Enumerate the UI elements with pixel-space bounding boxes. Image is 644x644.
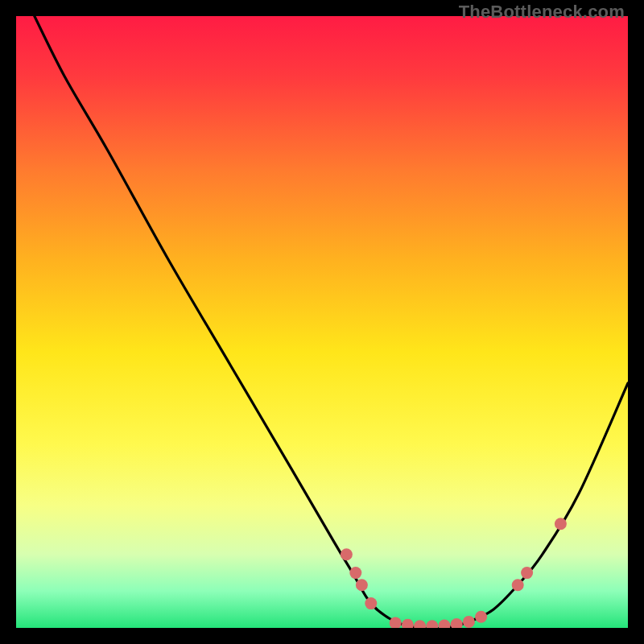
bottleneck-chart xyxy=(16,16,628,628)
highlight-dot xyxy=(356,579,368,591)
chart-frame xyxy=(16,16,628,628)
highlight-dot xyxy=(512,579,524,591)
highlight-dot xyxy=(521,567,533,579)
highlight-dot xyxy=(365,597,377,609)
highlight-dot xyxy=(475,611,487,623)
gradient-background xyxy=(16,16,628,628)
highlight-dot xyxy=(341,548,353,560)
highlight-dot xyxy=(349,567,361,579)
highlight-dot xyxy=(463,616,475,628)
highlight-dot xyxy=(555,518,567,530)
watermark-text: TheBottleneck.com xyxy=(459,2,625,23)
